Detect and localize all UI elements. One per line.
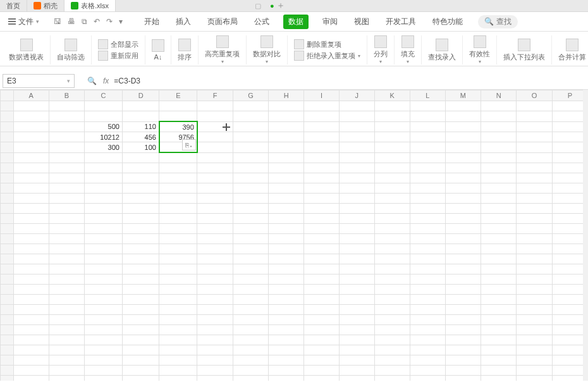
cell-D26[interactable] [122, 355, 159, 366]
cell-N9[interactable] [481, 183, 517, 194]
cell-L7[interactable] [410, 163, 445, 173]
cell-O5[interactable] [517, 142, 552, 153]
minimize-icon[interactable]: ▢ [255, 2, 261, 10]
cell-M2[interactable] [445, 111, 481, 122]
cell-B22[interactable] [49, 315, 84, 325]
new-tab-button[interactable]: ＋ [274, 0, 287, 11]
cell-B1[interactable] [49, 101, 84, 111]
cell-H23[interactable] [269, 325, 304, 335]
cell-L10[interactable] [410, 194, 445, 204]
cell-D21[interactable] [122, 305, 159, 315]
cell-O7[interactable] [517, 163, 552, 173]
cell-B4[interactable] [49, 132, 84, 142]
cell-E24[interactable] [159, 335, 197, 345]
cell-L20[interactable] [410, 295, 445, 305]
cell-K17[interactable] [374, 264, 410, 274]
tab-spreadsheet[interactable]: 表格.xlsx [64, 0, 116, 11]
col-header-L[interactable]: L [410, 90, 445, 101]
cell-J7[interactable] [339, 163, 374, 173]
row-header[interactable] [1, 204, 14, 214]
cell-H5[interactable] [269, 142, 304, 153]
btn-consolidate[interactable]: 合并计算 [552, 35, 588, 65]
cell-L27[interactable] [410, 366, 445, 376]
cell-B23[interactable] [49, 325, 84, 335]
row-header[interactable] [1, 264, 14, 274]
cell-F20[interactable] [197, 295, 233, 305]
cell-K3[interactable] [374, 121, 410, 132]
cell-I5[interactable] [304, 142, 339, 153]
cell-D8[interactable] [122, 173, 159, 183]
row-header[interactable] [1, 345, 14, 355]
cell-J19[interactable] [339, 285, 374, 295]
cell-N1[interactable] [481, 101, 517, 111]
cell-I9[interactable] [304, 183, 339, 194]
cell-G18[interactable] [233, 274, 268, 285]
cell-M16[interactable] [445, 254, 481, 264]
cell-N24[interactable] [481, 335, 517, 345]
cell-D18[interactable] [122, 274, 159, 285]
cell-H10[interactable] [269, 194, 304, 204]
cell-C26[interactable] [84, 355, 122, 366]
cell-H20[interactable] [269, 295, 304, 305]
cell-G20[interactable] [233, 295, 268, 305]
cell-E18[interactable] [159, 274, 197, 285]
cell-L26[interactable] [410, 355, 445, 366]
cell-C5[interactable]: 300 [84, 142, 122, 153]
cell-M19[interactable] [445, 285, 481, 295]
cell-K2[interactable] [374, 111, 410, 122]
cell-D23[interactable] [122, 325, 159, 335]
cell-C20[interactable] [84, 295, 122, 305]
cell-I27[interactable] [304, 366, 339, 376]
cell-C25[interactable] [84, 345, 122, 355]
cell-N3[interactable] [481, 121, 517, 132]
cell-B11[interactable] [49, 204, 84, 214]
cell-G19[interactable] [233, 285, 268, 295]
cell-J2[interactable] [339, 111, 374, 122]
cell-L12[interactable] [410, 214, 445, 224]
cell-K10[interactable] [374, 194, 410, 204]
cell-O26[interactable] [517, 355, 552, 366]
cell-G22[interactable] [233, 315, 268, 325]
cell-C8[interactable] [84, 173, 122, 183]
cell-J14[interactable] [339, 234, 374, 244]
cell-C13[interactable] [84, 224, 122, 234]
cell-B6[interactable] [49, 152, 84, 163]
cell-B19[interactable] [49, 285, 84, 295]
cell-N6[interactable] [481, 152, 517, 163]
cell-I11[interactable] [304, 204, 339, 214]
btn-pivot[interactable]: 数据透视表 [3, 35, 51, 65]
cell-D28[interactable] [122, 376, 159, 381]
btn-compare[interactable]: 数据对比▾ [247, 35, 288, 65]
cell-A17[interactable] [13, 264, 49, 274]
cell-E2[interactable] [159, 111, 197, 122]
cell-I18[interactable] [304, 274, 339, 285]
cell-N8[interactable] [481, 173, 517, 183]
cell-G10[interactable] [233, 194, 268, 204]
cell-J17[interactable] [339, 264, 374, 274]
cell-H6[interactable] [269, 152, 304, 163]
cell-A3[interactable] [13, 121, 49, 132]
cell-E21[interactable] [159, 305, 197, 315]
cell-F28[interactable] [197, 376, 233, 381]
row-header[interactable] [1, 376, 14, 381]
cell-M4[interactable] [445, 132, 481, 142]
cell-E10[interactable] [159, 194, 197, 204]
cell-L6[interactable] [410, 152, 445, 163]
btn-validation[interactable]: 有效性▾ [463, 35, 497, 65]
cell-E11[interactable] [159, 204, 197, 214]
search-box[interactable]: 🔍 查找 [478, 15, 518, 28]
cell-J11[interactable] [339, 204, 374, 214]
cell-D20[interactable] [122, 295, 159, 305]
ribbon-tab-start[interactable]: 开始 [142, 15, 162, 29]
cell-J3[interactable] [339, 121, 374, 132]
cell-H1[interactable] [269, 101, 304, 111]
cell-C17[interactable] [84, 264, 122, 274]
tab-home[interactable]: 首页 [0, 0, 27, 11]
row-header[interactable] [1, 234, 14, 244]
cell-E17[interactable] [159, 264, 197, 274]
cell-O20[interactable] [517, 295, 552, 305]
cell-I24[interactable] [304, 335, 339, 345]
cell-K24[interactable] [374, 335, 410, 345]
cell-N5[interactable] [481, 142, 517, 153]
cell-L24[interactable] [410, 335, 445, 345]
